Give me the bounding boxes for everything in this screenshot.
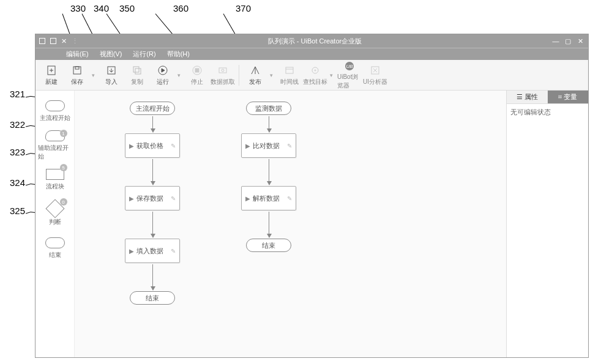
list-icon: ☰ bbox=[517, 93, 523, 101]
publish-button[interactable]: 发布 bbox=[243, 61, 267, 89]
right-panel: ☰属性 ⌗变量 无可编辑状态 bbox=[506, 91, 588, 357]
svg-rect-6 bbox=[133, 67, 139, 72]
flow-end-1[interactable]: 结束 bbox=[130, 291, 175, 305]
target-dropdown[interactable]: ▾ bbox=[329, 72, 334, 78]
annot-325: 325 bbox=[10, 206, 25, 216]
svg-rect-3 bbox=[73, 67, 81, 74]
analyzer-button[interactable]: UI分析器 bbox=[363, 61, 387, 89]
canvas[interactable]: 主流程开始 ▶获取价格✎ ▶保存数据✎ ▶填入数据✎ 结束 监测数据 ▶比对数据… bbox=[75, 91, 506, 357]
svg-rect-11 bbox=[219, 68, 226, 73]
run-button[interactable]: 运行 bbox=[151, 61, 175, 89]
svg-point-12 bbox=[222, 69, 224, 72]
edit-icon[interactable]: ✎ bbox=[171, 248, 176, 254]
play-icon[interactable]: ▶ bbox=[245, 143, 250, 149]
app-icon bbox=[39, 38, 45, 44]
flow-block-c1-1[interactable]: ▶获取价格✎ bbox=[125, 133, 180, 158]
menu-view[interactable]: 视图(V) bbox=[100, 50, 122, 59]
close-button[interactable]: ✕ bbox=[576, 37, 584, 45]
close-tab-icon[interactable]: ✕ bbox=[61, 37, 67, 45]
play-icon[interactable]: ▶ bbox=[129, 248, 134, 254]
palette-main-start[interactable]: 主流程开始 bbox=[38, 94, 72, 128]
svg-rect-10 bbox=[195, 69, 199, 72]
annot-324: 324 bbox=[10, 177, 25, 188]
titlebar[interactable]: ✕ ⋮ 队列演示 - UiBot Creator企业版 — ▢ ✕ bbox=[35, 34, 588, 48]
save-dropdown[interactable]: ▾ bbox=[91, 72, 95, 78]
svg-rect-7 bbox=[135, 69, 141, 74]
tab-variables[interactable]: ⌗变量 bbox=[548, 91, 589, 103]
menubar: 编辑(E) 视图(V) 运行(R) 帮助(H) bbox=[35, 48, 588, 60]
maximize-button[interactable]: ▢ bbox=[564, 37, 572, 45]
app-window: ✕ ⋮ 队列演示 - UiBot Creator企业版 — ▢ ✕ 编辑(E) … bbox=[35, 34, 589, 358]
edit-icon[interactable]: ✎ bbox=[287, 195, 292, 202]
target-button[interactable]: 查找目标 bbox=[303, 61, 327, 89]
flow-block-c2-1[interactable]: ▶比对数据✎ bbox=[241, 133, 296, 158]
browser-button[interactable]: UB UiBot浏览器 bbox=[337, 61, 362, 89]
window-title: 队列演示 - UiBot Creator企业版 bbox=[78, 37, 551, 46]
edit-icon[interactable]: ✎ bbox=[171, 195, 176, 202]
flow-block-c2-2[interactable]: ▶解析数据✎ bbox=[241, 186, 296, 210]
palette-block[interactable]: 5 流程块 bbox=[38, 163, 72, 197]
play-icon[interactable]: ▶ bbox=[129, 195, 134, 202]
annot-322: 322 bbox=[10, 119, 25, 130]
svg-rect-13 bbox=[286, 67, 293, 73]
flow-start-2[interactable]: 监测数据 bbox=[246, 102, 291, 115]
annot-330: 330 bbox=[70, 3, 86, 13]
flow-end-2[interactable]: 结束 bbox=[246, 239, 291, 252]
play-icon[interactable]: ▶ bbox=[245, 195, 250, 202]
edit-icon[interactable]: ✎ bbox=[171, 143, 176, 149]
play-icon[interactable]: ▶ bbox=[129, 143, 134, 149]
menu-edit[interactable]: 编辑(E) bbox=[66, 50, 89, 59]
annot-360: 360 bbox=[173, 3, 188, 13]
svg-text:UB: UB bbox=[346, 64, 353, 69]
annot-340: 340 bbox=[94, 3, 109, 13]
tab-properties[interactable]: ☰属性 bbox=[507, 91, 548, 103]
panel-body: 无可编辑状态 bbox=[507, 104, 588, 357]
toolbar: 新建 保存 ▾ 导入 复制 运行 ▾ 停止 数据抓取 bbox=[35, 60, 588, 91]
new-button[interactable]: 新建 bbox=[39, 61, 64, 89]
annot-323: 323 bbox=[10, 147, 25, 157]
annot-370: 370 bbox=[236, 3, 251, 13]
menu-run[interactable]: 运行(R) bbox=[133, 50, 155, 59]
copy-button[interactable]: 复制 bbox=[125, 61, 149, 89]
edit-icon[interactable]: ✎ bbox=[287, 143, 292, 149]
flow-block-c1-2[interactable]: ▶保存数据✎ bbox=[125, 186, 180, 210]
var-icon: ⌗ bbox=[558, 93, 562, 101]
svg-point-15 bbox=[312, 67, 318, 73]
palette-aux-start[interactable]: 1 辅助流程开始 bbox=[38, 128, 72, 163]
svg-rect-4 bbox=[75, 67, 79, 69]
minimize-button[interactable]: — bbox=[551, 37, 560, 45]
run-dropdown[interactable]: ▾ bbox=[176, 72, 181, 78]
palette-decision[interactable]: 0 判断 bbox=[38, 197, 72, 231]
stop-button[interactable]: 停止 bbox=[185, 61, 209, 89]
capture-button[interactable]: 数据抓取 bbox=[211, 61, 235, 89]
palette: 主流程开始 1 辅助流程开始 5 流程块 0 判断 bbox=[35, 91, 75, 357]
app-icon bbox=[50, 38, 56, 44]
palette-end[interactable]: 结束 bbox=[38, 231, 72, 266]
publish-dropdown[interactable]: ▾ bbox=[269, 72, 274, 78]
save-button[interactable]: 保存 bbox=[65, 61, 89, 89]
flow-start-1[interactable]: 主流程开始 bbox=[130, 102, 175, 115]
annot-350: 350 bbox=[119, 3, 135, 13]
import-button[interactable]: 导入 bbox=[99, 61, 124, 89]
annot-321: 321 bbox=[10, 89, 25, 99]
svg-point-16 bbox=[315, 70, 316, 71]
menu-help[interactable]: 帮助(H) bbox=[167, 50, 190, 59]
flow-block-c1-3[interactable]: ▶填入数据✎ bbox=[125, 239, 180, 263]
timeline-button[interactable]: 时间线 bbox=[277, 61, 302, 89]
